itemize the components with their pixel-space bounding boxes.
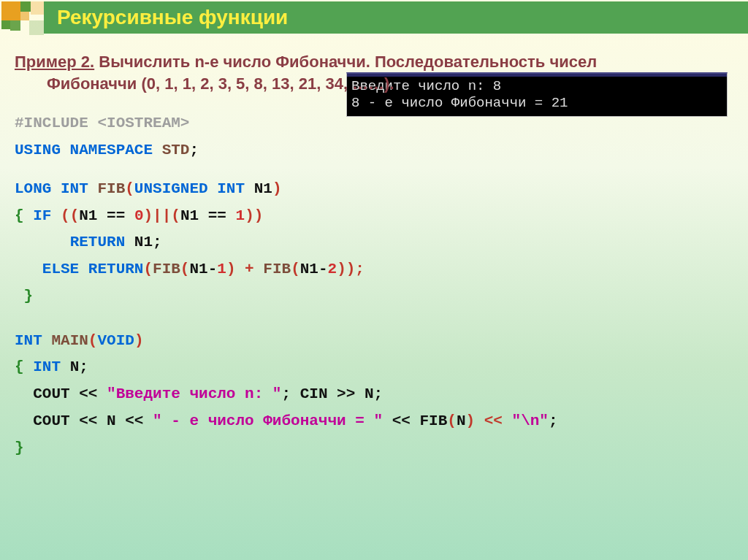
slide-title-bar: Рекурсивные функции xyxy=(44,1,748,34)
slide-content: Пример 2. Вычислить n-е число Фибоначчи.… xyxy=(9,42,739,553)
code-block: #INCLUDE <IOSTREAM> USING NAMESPACE STD;… xyxy=(15,110,733,461)
problem-statement: Пример 2. Вычислить n-е число Фибоначчи.… xyxy=(15,51,733,94)
slide-title: Рекурсивные функции xyxy=(57,6,288,29)
example-label: Пример 2. xyxy=(15,53,94,71)
slide-logo xyxy=(1,1,44,35)
